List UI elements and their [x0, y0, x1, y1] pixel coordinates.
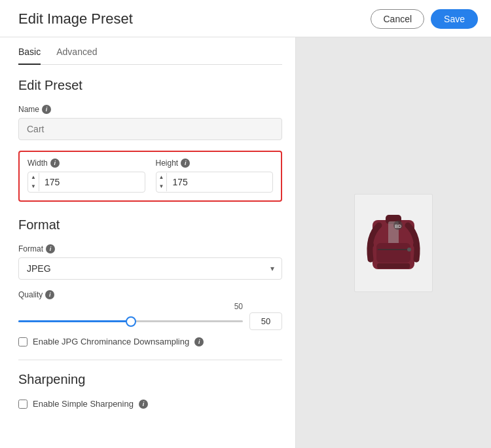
- height-spinner[interactable]: ▲ ▼: [156, 173, 168, 191]
- quality-value-input[interactable]: [249, 312, 282, 330]
- jpg-downsampling-row: Enable JPG Chrominance Downsampling i: [18, 337, 282, 346]
- save-button[interactable]: Save: [431, 9, 478, 29]
- main-layout: Basic Advanced Edit Preset Name i Width …: [0, 37, 491, 448]
- cancel-button[interactable]: Cancel: [371, 9, 424, 29]
- svg-rect-7: [413, 243, 418, 247]
- width-spinner[interactable]: ▲ ▼: [28, 173, 39, 191]
- preview-panel: BD: [296, 37, 491, 448]
- sharpening-section: Sharpening Enable Simple Sharpening i: [18, 372, 282, 409]
- width-up-icon[interactable]: ▲: [31, 173, 36, 182]
- sharpening-info-icon[interactable]: i: [139, 400, 148, 409]
- width-input-wrap: ▲ ▼: [27, 172, 145, 193]
- edit-preset-title: Edit Preset: [18, 78, 282, 93]
- width-down-icon[interactable]: ▼: [31, 182, 36, 191]
- tab-advanced[interactable]: Advanced: [56, 47, 97, 65]
- quality-info-icon[interactable]: i: [45, 290, 54, 299]
- name-input[interactable]: [18, 118, 282, 140]
- svg-rect-10: [377, 263, 410, 269]
- sharpening-row: Enable Simple Sharpening i: [18, 399, 282, 409]
- divider-1: [18, 360, 282, 360]
- format-section: Format Format i JPEG PNG GIF WebP ▾ Qual…: [18, 217, 282, 346]
- svg-rect-6: [369, 243, 374, 247]
- height-input-wrap: ▲ ▼: [156, 172, 274, 193]
- quality-label: Quality: [18, 290, 43, 299]
- format-label-row: Format i: [18, 244, 282, 253]
- name-info-icon[interactable]: i: [42, 105, 51, 114]
- left-panel: Basic Advanced Edit Preset Name i Width …: [0, 37, 296, 448]
- jpg-downsampling-info-icon[interactable]: i: [194, 337, 204, 346]
- height-label-row: Height i: [156, 159, 274, 168]
- height-up-icon[interactable]: ▲: [159, 173, 164, 182]
- quality-slider-container: [18, 320, 243, 322]
- svg-point-5: [407, 248, 411, 252]
- format-select-wrap: JPEG PNG GIF WebP ▾: [18, 257, 282, 280]
- format-label: Format: [18, 244, 43, 253]
- dimensions-box: Width i ▲ ▼ Height i: [18, 151, 282, 202]
- name-label-row: Name i: [18, 105, 282, 114]
- quality-label-row: Quality i: [18, 290, 282, 299]
- width-label-row: Width i: [27, 159, 145, 168]
- svg-rect-3: [376, 243, 410, 263]
- backpack-preview-image: BD: [361, 200, 426, 286]
- name-label: Name: [18, 105, 39, 114]
- quality-above-value: 50: [18, 302, 282, 311]
- format-select[interactable]: JPEG PNG GIF WebP: [18, 257, 282, 280]
- format-section-title: Format: [18, 217, 282, 233]
- height-info-icon[interactable]: i: [181, 159, 190, 168]
- sharpening-title: Sharpening: [18, 372, 282, 387]
- sharpening-checkbox[interactable]: [18, 400, 27, 409]
- page-title: Edit Image Preset: [18, 10, 133, 28]
- preview-image-container: BD: [354, 194, 433, 292]
- height-label: Height: [156, 159, 179, 168]
- header-actions: Cancel Save: [371, 9, 478, 29]
- jpg-downsampling-label: Enable JPG Chrominance Downsampling: [33, 337, 189, 346]
- jpg-downsampling-checkbox[interactable]: [18, 337, 27, 346]
- quality-slider-row: [18, 312, 282, 330]
- page-header: Edit Image Preset Cancel Save: [0, 0, 491, 37]
- sharpening-label: Enable Simple Sharpening: [33, 399, 134, 409]
- quality-slider-fill: [18, 320, 131, 322]
- quality-slider-track: [18, 320, 243, 322]
- tab-bar: Basic Advanced: [18, 37, 282, 65]
- height-field: Height i ▲ ▼: [156, 159, 274, 193]
- svg-text:BD: BD: [395, 224, 401, 229]
- width-field: Width i ▲ ▼: [27, 159, 145, 193]
- width-label: Width: [27, 159, 48, 168]
- height-input[interactable]: [167, 172, 272, 192]
- height-down-icon[interactable]: ▼: [159, 182, 164, 191]
- width-input[interactable]: [39, 172, 145, 192]
- quality-slider-thumb[interactable]: [126, 316, 136, 327]
- width-info-icon[interactable]: i: [50, 159, 60, 168]
- format-info-icon[interactable]: i: [46, 244, 55, 253]
- dimensions-row: Width i ▲ ▼ Height i: [27, 159, 273, 193]
- tab-basic[interactable]: Basic: [18, 47, 41, 65]
